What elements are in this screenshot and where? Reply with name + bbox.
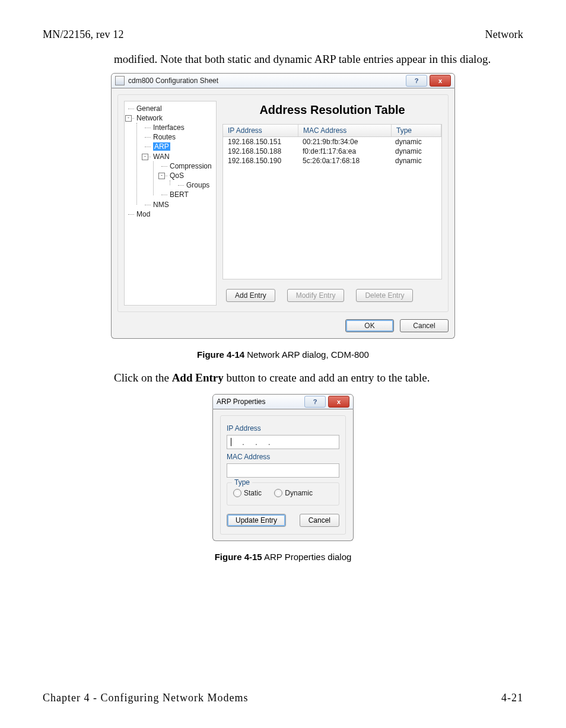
radio-label: Dynamic (285, 489, 313, 497)
tree-label: Network (136, 114, 163, 122)
figure-4-15-caption: Figure 4-15 ARP Properties dialog (43, 552, 523, 562)
dynamic-radio[interactable]: Dynamic (274, 489, 313, 497)
arp-properties-dialog: ARP Properties ? x IP Address . . . MAC … (212, 394, 354, 541)
type-group-label: Type (232, 478, 252, 487)
dialog-titlebar[interactable]: ARP Properties ? x (212, 394, 354, 409)
table-row[interactable]: 192.168.150.151 00:21:9b:fb:34:0e dynami… (223, 137, 441, 147)
ip-dot: . (255, 437, 257, 447)
cell-type: dynamic (390, 147, 441, 156)
tree-label: Interfaces (153, 123, 185, 132)
doc-header-left: MN/22156, rev 12 (43, 28, 124, 41)
tree-item-compression[interactable]: Compression (161, 161, 215, 171)
figure-text: ARP Properties dialog (262, 552, 352, 562)
tree-label: Mod (136, 210, 150, 218)
figure-label: Figure 4-15 (215, 552, 262, 562)
arp-table[interactable]: IP Address MAC Address Type 192.168.150.… (222, 124, 442, 279)
tree-label: Groups (186, 181, 209, 189)
tree-item-wan[interactable]: -WAN Compression -QoS Groups BERT (145, 152, 215, 200)
cell-ip: 192.168.150.188 (223, 147, 298, 156)
pane-title: Address Resolution Table (222, 103, 442, 117)
tree-label: NMS (153, 201, 169, 209)
tree-item-arp[interactable]: ARP (145, 142, 215, 151)
app-icon (115, 76, 125, 85)
paragraph-continuation: modified. Note that both static and dyna… (114, 52, 523, 67)
mac-address-label: MAC Address (227, 453, 339, 461)
tree-label: Compression (170, 162, 212, 170)
text-caret (231, 438, 231, 446)
add-entry-button[interactable]: Add Entry (226, 289, 275, 302)
text-bold: Add Entry (172, 371, 224, 384)
ok-button[interactable]: OK (345, 319, 394, 332)
paragraph-add-entry: Click on the Add Entry button to create … (114, 371, 523, 384)
figure-text: Network ARP dialog, CDM-800 (244, 349, 369, 360)
tree-label: Routes (153, 133, 176, 141)
tree-label: QoS (170, 171, 184, 180)
cell-ip: 192.168.150.190 (223, 156, 298, 166)
nav-tree[interactable]: General -Network Interfaces Routes ARP -… (124, 101, 217, 306)
text: Click on the (114, 371, 172, 384)
cancel-button[interactable]: Cancel (400, 319, 449, 332)
dialog-titlebar[interactable]: cdm800 Configuration Sheet ? x (111, 73, 455, 88)
tree-label: BERT (170, 190, 189, 199)
radio-icon (274, 489, 282, 497)
tree-label: WAN (153, 152, 170, 161)
collapse-icon[interactable]: - (142, 154, 148, 160)
col-ip[interactable]: IP Address (223, 125, 298, 136)
tree-item-interfaces[interactable]: Interfaces (145, 123, 215, 132)
mac-address-input[interactable] (227, 463, 339, 478)
tree-item-groups[interactable]: Groups (178, 180, 215, 190)
delete-entry-button: Delete Entry (356, 289, 413, 302)
dialog-title: ARP Properties (217, 398, 302, 406)
type-group: Type Static Dynamic (227, 482, 339, 506)
table-row[interactable]: 192.168.150.188 f0:de:f1:17:6a:ea dynami… (223, 147, 441, 156)
help-button[interactable]: ? (304, 396, 326, 408)
dialog-title: cdm800 Configuration Sheet (128, 77, 403, 85)
radio-icon (233, 489, 241, 497)
cell-mac: 00:21:9b:fb:34:0e (298, 137, 390, 147)
ip-address-input[interactable]: . . . (227, 435, 339, 449)
cell-type: dynamic (390, 137, 441, 147)
col-type[interactable]: Type (392, 125, 441, 136)
cell-type: dynamic (390, 156, 441, 166)
config-sheet-dialog: cdm800 Configuration Sheet ? x General -… (111, 73, 455, 339)
tree-label: ARP (153, 142, 170, 151)
table-header: IP Address MAC Address Type (223, 125, 441, 137)
tree-item-routes[interactable]: Routes (145, 132, 215, 142)
doc-footer-left: Chapter 4 - Configuring Network Modems (43, 692, 248, 704)
close-button[interactable]: x (430, 75, 451, 87)
cancel-button[interactable]: Cancel (300, 514, 339, 527)
help-button[interactable]: ? (406, 75, 427, 87)
ip-address-label: IP Address (227, 424, 339, 433)
cell-mac: f0:de:f1:17:6a:ea (298, 147, 390, 156)
tree-item-bert[interactable]: BERT (161, 190, 215, 199)
figure-label: Figure 4-14 (197, 349, 244, 360)
ip-dot: . (242, 437, 244, 447)
tree-item-mod[interactable]: Mod (128, 209, 215, 219)
text: button to create and add an entry to the… (224, 371, 430, 384)
close-button[interactable]: x (328, 396, 349, 408)
figure-4-14-caption: Figure 4-14 Network ARP dialog, CDM-800 (43, 349, 523, 360)
static-radio[interactable]: Static (233, 489, 262, 497)
tree-label: General (136, 104, 162, 113)
collapse-icon[interactable]: - (125, 115, 132, 122)
cell-mac: 5c:26:0a:17:68:18 (298, 156, 390, 166)
col-mac[interactable]: MAC Address (298, 125, 392, 136)
doc-footer-right: 4-21 (501, 692, 523, 704)
tree-item-general[interactable]: General (128, 104, 215, 113)
tree-item-nms[interactable]: NMS (145, 200, 215, 209)
tree-item-qos[interactable]: -QoS Groups (161, 171, 215, 190)
ip-dot: . (268, 437, 271, 447)
update-entry-button[interactable]: Update Entry (227, 514, 286, 527)
modify-entry-button: Modify Entry (287, 289, 345, 302)
radio-label: Static (244, 489, 262, 497)
cell-ip: 192.168.150.151 (223, 137, 298, 147)
tree-item-network[interactable]: -Network Interfaces Routes ARP -WAN Comp… (128, 113, 215, 209)
doc-header-right: Network (485, 28, 523, 41)
table-row[interactable]: 192.168.150.190 5c:26:0a:17:68:18 dynami… (223, 156, 441, 166)
collapse-icon[interactable]: - (158, 173, 165, 179)
